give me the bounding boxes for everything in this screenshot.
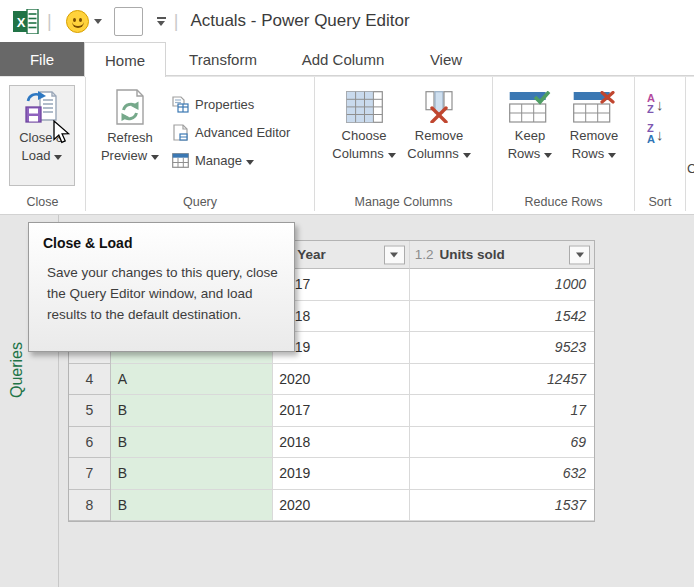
row-number[interactable]: 8 (69, 490, 111, 522)
keep-rows-icon (509, 91, 551, 123)
tab-view[interactable]: View (406, 42, 486, 76)
cell-units[interactable]: 9523 (410, 332, 594, 364)
ribbon-group-query: Refresh Preview Properties (86, 77, 315, 211)
cell-year[interactable]: 2018 (273, 427, 409, 459)
column-name-year: Year (297, 247, 326, 262)
ribbon-home: Close & Load Close Refresh Preview (0, 77, 694, 215)
excel-icon: X (13, 9, 39, 34)
tab-transform[interactable]: Transform (166, 42, 280, 76)
remove-rows-label-line1: Remove (570, 127, 618, 145)
properties-label: Properties (195, 97, 254, 112)
row-number[interactable]: 7 (69, 458, 111, 490)
refresh-label-line1: Refresh (107, 129, 153, 147)
filter-button-units-sold[interactable] (569, 245, 590, 264)
cell-product[interactable]: A (111, 364, 273, 396)
cell-year[interactable]: 2020 (273, 490, 409, 522)
remove-rows-label-line2: Rows (572, 145, 617, 163)
sort-ascending-button[interactable]: A Z ↓ (647, 93, 663, 115)
manage-label: Manage (195, 153, 254, 168)
bar-icon (157, 17, 166, 19)
dropdown-arrow-icon (54, 155, 62, 160)
cell-product[interactable]: B (111, 427, 273, 459)
close-load-label-line2: Load (22, 147, 63, 165)
group-label-query: Query (86, 195, 314, 209)
arrow-down-icon: ↓ (656, 96, 664, 113)
ribbon-tabstrip: File Home Transform Add Column View (0, 42, 694, 76)
manage-icon (172, 153, 189, 168)
properties-button[interactable]: Properties (172, 93, 254, 115)
tooltip-title: Close & Load (43, 235, 280, 251)
decimal-type-icon[interactable]: 1.2 (415, 247, 434, 262)
table-row: 7 B 2019 632 (69, 458, 594, 490)
table-row: 4 A 2020 12457 (69, 364, 594, 396)
cell-year[interactable]: 2017 (273, 395, 409, 427)
dropdown-arrow-icon (388, 153, 396, 158)
keep-rows-button[interactable]: Keep Rows (501, 88, 559, 163)
column-header-units-sold[interactable]: 1.2 Units sold (410, 241, 594, 269)
ribbon-group-sort: A Z ↓ Z A ↓ Sort (635, 77, 686, 211)
cell-product[interactable]: B (111, 395, 273, 427)
cell-units[interactable]: 1000 (410, 269, 594, 301)
choose-columns-button[interactable]: Choose Columns (328, 88, 400, 163)
sort-az-letter-z: Z (647, 104, 655, 115)
manage-button[interactable]: Manage (172, 149, 254, 171)
ribbon-group-reduce-rows: Keep Rows Remove Rows Reduce Rows (493, 77, 635, 211)
cell-product[interactable]: B (111, 490, 273, 522)
tooltip-body: Save your changes to this query, close t… (47, 263, 287, 326)
filter-arrow-icon (576, 252, 584, 257)
refresh-preview-button[interactable]: Refresh Preview (95, 86, 165, 165)
close-load-tooltip: Close & Load Save your changes to this q… (28, 222, 295, 352)
remove-columns-button[interactable]: Remove Columns (403, 88, 475, 163)
group-label-sort: Sort (635, 195, 685, 209)
cell-product[interactable]: B (111, 458, 273, 490)
cell-units[interactable]: 17 (410, 395, 594, 427)
title-bar: X | | Actuals - Power Query Editor (0, 0, 694, 42)
row-number[interactable]: 6 (69, 427, 111, 459)
dropdown-arrow-icon (246, 160, 254, 165)
quick-access-toolbar-dropdown[interactable] (157, 17, 166, 26)
refresh-icon (114, 89, 146, 125)
properties-icon (172, 96, 189, 113)
remove-rows-icon (573, 91, 615, 123)
dropdown-arrow-icon (151, 155, 159, 160)
queries-pane-label[interactable]: Queries (8, 342, 26, 398)
tab-add-column[interactable]: Add Column (280, 42, 406, 76)
row-number[interactable]: 5 (69, 395, 111, 427)
advanced-editor-icon (172, 124, 189, 141)
table-row: 5 B 2017 17 (69, 395, 594, 427)
arrow-down-icon: ↓ (656, 126, 664, 143)
chevron-down-icon (94, 19, 102, 24)
filter-button-year[interactable] (384, 245, 405, 264)
cell-year[interactable]: 2020 (273, 364, 409, 396)
titlebar-separator: | (47, 11, 52, 32)
refresh-label-line2: Preview (101, 147, 159, 165)
row-number[interactable]: 4 (69, 364, 111, 396)
table-row: 6 B 2018 69 (69, 427, 594, 459)
choose-columns-icon (346, 91, 383, 123)
window-title: Actuals - Power Query Editor (190, 11, 409, 31)
cell-units[interactable]: 12457 (410, 364, 594, 396)
remove-rows-button[interactable]: Remove Rows (561, 88, 627, 163)
cell-units[interactable]: 1537 (410, 490, 594, 522)
power-query-editor-window: X | | Actuals - Power Query Editor File … (0, 0, 694, 587)
cell-units[interactable]: 1542 (410, 301, 594, 333)
remove-columns-label-line2: Columns (407, 145, 470, 163)
tab-file[interactable]: File (0, 42, 84, 76)
group-label-close: Close (0, 195, 85, 209)
cell-units[interactable]: 69 (410, 427, 594, 459)
group-label-manage-columns: Manage Columns (315, 195, 492, 209)
feedback-smiley-button[interactable] (66, 10, 102, 33)
keep-rows-label-line1: Keep (515, 127, 545, 145)
advanced-editor-button[interactable]: Advanced Editor (172, 121, 290, 143)
sort-descending-button[interactable]: Z A ↓ (647, 123, 663, 145)
cell-units[interactable]: 632 (410, 458, 594, 490)
filter-arrow-icon (390, 252, 398, 257)
dropdown-arrow-icon (608, 153, 616, 158)
sort-za-letter-a: A (647, 134, 655, 145)
tab-home[interactable]: Home (84, 42, 166, 77)
mouse-cursor-icon (52, 120, 75, 145)
table-row: 8 B 2020 1537 (69, 490, 594, 522)
group-label-reduce-rows: Reduce Rows (493, 195, 634, 209)
quick-access-blank-button[interactable] (114, 7, 143, 36)
cell-year[interactable]: 2019 (273, 458, 409, 490)
